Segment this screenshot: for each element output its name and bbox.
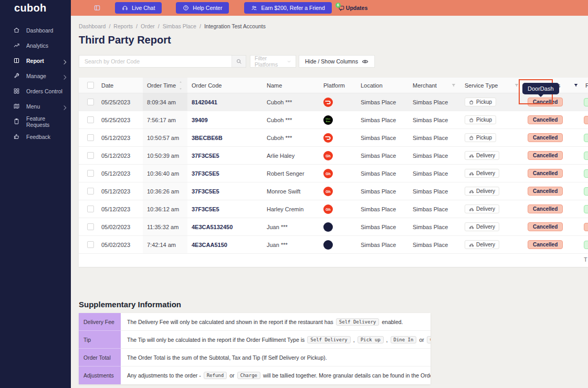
analytics-icon <box>13 42 20 49</box>
cell-order-status: Cancelled <box>523 147 583 164</box>
live-chat-button[interactable]: Live Chat <box>115 2 162 14</box>
column-header-name[interactable]: Name <box>262 78 319 93</box>
sidebar-item-label: Report <box>26 58 44 64</box>
cell-select <box>79 93 97 111</box>
text-segment: or <box>419 337 424 343</box>
sidebar-item-report[interactable]: Report <box>0 53 71 68</box>
order-code-link[interactable]: 3BECBE6B <box>192 135 223 141</box>
updates-button[interactable]: 6 Updates <box>338 5 368 12</box>
service-type-label: Pickup <box>476 117 492 123</box>
cell-location: Simbas Place <box>356 129 408 146</box>
service-type-label: Delivery <box>476 206 495 212</box>
row-checkbox[interactable] <box>87 99 94 105</box>
table-row[interactable]: 05/02/202311:35:32 am4E3CA5132450Juan **… <box>79 218 588 236</box>
cell-service-type: Pickup <box>460 129 523 146</box>
filter-platforms-select[interactable]: Filter Platforms <box>250 55 296 68</box>
row-checkbox[interactable] <box>87 116 94 123</box>
table-row[interactable]: 05/12/202310:36:26 am37F3C5E5Monroe Swif… <box>79 182 588 200</box>
table-header-row: DateOrder TimeOrder CodeNamePlatformLoca… <box>79 78 588 93</box>
table-row[interactable]: 05/25/20238:09:34 am81420441Cuboh *** Si… <box>79 93 588 111</box>
table-row[interactable]: 05/25/20237:56:17 am39409Cuboh *** Uber … <box>79 111 588 129</box>
cell-order-code: 4E3CAA5150 <box>187 236 262 253</box>
column-header-date[interactable]: Date <box>97 78 143 93</box>
cell-merchant: Simbas Place <box>408 236 460 253</box>
service-type-tag: Delivery <box>465 187 499 196</box>
column-header-order-time[interactable]: Order Time <box>143 78 187 93</box>
table-row[interactable]: 05/12/202310:36:12 am37F3C5E5Harley Crem… <box>79 200 588 218</box>
column-header-select[interactable] <box>79 78 97 93</box>
service-type-label: Pickup <box>476 99 492 105</box>
column-header-order-code[interactable]: Order Code <box>187 78 262 93</box>
cell-platform <box>319 93 356 111</box>
row-checkbox[interactable] <box>87 241 94 248</box>
sidebar-item-orders-control[interactable]: Orders Control <box>0 83 71 99</box>
column-header-location[interactable]: Location <box>356 78 408 93</box>
column-header-payment[interactable]: P <box>583 78 588 93</box>
cell-select <box>79 147 97 164</box>
sidebar-item-menu[interactable]: Menu <box>0 99 71 114</box>
breadcrumb-item[interactable]: Simbas Place <box>163 23 196 29</box>
order-code-link[interactable]: 37F3C5E5 <box>192 170 219 177</box>
cell-order-time: 11:35:32 am <box>143 218 187 235</box>
breadcrumb-item[interactable]: Order <box>141 23 155 29</box>
delivery-bike-icon <box>469 171 474 176</box>
sidebar-item-label: Manage <box>26 73 46 79</box>
cell-service-type: Delivery <box>460 200 523 218</box>
help-center-button[interactable]: Help Center <box>176 2 229 14</box>
row-checkbox[interactable] <box>87 206 94 212</box>
sidebar-item-feature-requests[interactable]: Feature Requests <box>0 114 71 129</box>
table-row[interactable]: 05/02/20237:42:14 am4E3CAA5150Juan ***Si… <box>79 236 588 254</box>
service-type-label: Delivery <box>476 153 495 158</box>
table-row[interactable]: 05/12/202310:36:40 am37F3C5E5Robert Seng… <box>79 165 588 182</box>
cell-select <box>79 200 97 218</box>
search-input[interactable] <box>79 56 232 67</box>
row-checkbox[interactable] <box>87 223 94 230</box>
text-segment: or <box>229 372 234 379</box>
row-checkbox[interactable] <box>87 188 94 195</box>
order-code-link[interactable]: 39409 <box>192 117 208 123</box>
breadcrumb-item[interactable]: Dashboard <box>79 23 106 29</box>
cell-order-code: 37F3C5E5 <box>187 147 262 164</box>
sidebar-item-analytics[interactable]: Analytics <box>0 38 71 53</box>
row-checkbox[interactable] <box>87 152 94 159</box>
filter-funnel-icon[interactable] <box>514 83 519 88</box>
text-segment: , <box>353 337 355 343</box>
sidebar-item-label: Dashboard <box>26 27 53 34</box>
select-all-checkbox[interactable] <box>87 82 94 89</box>
search-icon[interactable] <box>232 56 246 67</box>
cell-name: Robert Senger <box>262 165 319 182</box>
sidebar-item-feedback[interactable]: Feedback <box>0 129 71 144</box>
table-row[interactable]: 05/12/202310:50:57 am3BECBE6BCuboh *** S… <box>79 129 588 147</box>
row-checkbox[interactable] <box>87 134 94 141</box>
cell-order-status: Cancelled <box>523 218 583 235</box>
service-type-tag: Delivery <box>465 222 499 231</box>
referral-button[interactable]: Earn $200, Refer a Friend <box>244 2 331 14</box>
column-header-merchant[interactable]: Merchant <box>408 78 460 93</box>
text-segment: will be tallied together. More granular … <box>263 372 430 379</box>
order-code-link[interactable]: 37F3C5E5 <box>192 153 219 159</box>
collapse-sidebar-icon[interactable] <box>93 4 101 12</box>
hide-show-columns-button[interactable]: Hide / Show Columns <box>299 55 375 68</box>
order-code-link[interactable]: 4E3CA5132450 <box>192 224 233 230</box>
supplementary-row: AdjustmentsAny adjustments to the order … <box>79 367 430 384</box>
breadcrumb-item[interactable]: Reports <box>113 23 133 29</box>
order-code-link[interactable]: 37F3C5E5 <box>192 188 219 195</box>
sidebar-item-manage[interactable]: Manage <box>0 68 71 83</box>
sorter-icon[interactable] <box>178 80 183 91</box>
filter-funnel-icon[interactable] <box>573 83 579 88</box>
row-checkbox[interactable] <box>87 170 94 177</box>
payment-badge <box>584 152 588 160</box>
svg-text:Gh: Gh <box>326 171 330 175</box>
cell-location: Simbas Place <box>356 93 408 111</box>
service-type-tag: Delivery <box>465 204 499 213</box>
column-header-platform[interactable]: Platform <box>319 78 356 93</box>
order-code-link[interactable]: 81420441 <box>192 99 217 105</box>
sidebar-item-label: Analytics <box>26 42 48 49</box>
cell-merchant: Simbas Place <box>408 200 460 218</box>
table-row[interactable]: 05/12/202310:50:39 am37F3C5E5Arlie Haley… <box>79 147 588 165</box>
sidebar-item-dashboard[interactable]: Dashboard <box>0 23 71 38</box>
filter-funnel-icon[interactable] <box>451 83 456 88</box>
column-header-service-type[interactable]: Service Type <box>460 78 523 93</box>
order-code-link[interactable]: 4E3CAA5150 <box>192 242 227 248</box>
order-code-link[interactable]: 37F3C5E5 <box>192 206 219 212</box>
